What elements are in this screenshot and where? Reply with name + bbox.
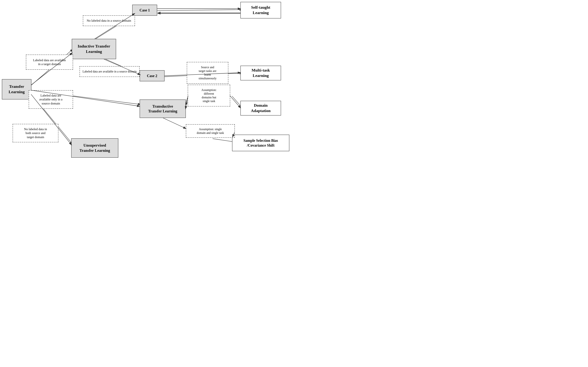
- case1-node: Case 1: [132, 5, 157, 16]
- self-taught-node: Self-taught Learning: [240, 2, 281, 18]
- svg-line-22: [230, 96, 241, 108]
- transductive-label: Transductive Transfer Learning: [148, 104, 177, 114]
- self-taught-label: Self-taught Learning: [251, 5, 270, 15]
- cond-no-labeled-text: No labeled data in both source and targe…: [24, 127, 47, 139]
- cond-labeled-target-label: Labeled data are available in a target d…: [26, 55, 73, 70]
- cond-single-domain-text: Assumption: single domain and single tas…: [197, 127, 224, 135]
- cond-no-labeled-label: No labeled data in both source and targe…: [13, 124, 58, 142]
- cond-diff-domains-label: Assumption: different domains but single…: [188, 85, 230, 107]
- inductive-label: Inductive Transfer Learning: [78, 44, 110, 54]
- transfer-learning-node: Transfer Learning: [2, 79, 32, 100]
- svg-line-7: [157, 10, 243, 11]
- domain-adaptation-label: Domain Adaptation: [251, 103, 271, 113]
- cond-single-domain-label: Assumption: single domain and single tas…: [186, 124, 235, 138]
- multitask-node: Multi-task Learning: [240, 66, 281, 80]
- svg-line-12: [213, 139, 235, 142]
- case2-node: Case 2: [140, 70, 165, 81]
- cond-labeled-source-only-label: Labeled data are available only in a sou…: [29, 90, 73, 109]
- unsupervised-node: Unsupervised Transfer Learning: [71, 138, 118, 158]
- inductive-node: Inductive Transfer Learning: [72, 39, 116, 59]
- multitask-label: Multi-task Learning: [252, 68, 270, 78]
- cond-labeled-target-text: Labeled data are available in a target d…: [33, 58, 66, 66]
- cond-simultaneous-label: Source and target tasks are learnt simul…: [187, 62, 228, 84]
- cond-simultaneous-text: Source and target tasks are learnt simul…: [199, 66, 216, 80]
- cond-diff-domains-text: Assumption: different domains but single…: [201, 88, 216, 103]
- cond-labeled-source-inductive-text: Labeled data are available in a source d…: [83, 70, 137, 73]
- case2-label: Case 2: [147, 74, 157, 78]
- cond-no-source-text: No labeled data in a source domain: [87, 19, 131, 23]
- cond-labeled-source-only-text: Labeled data are available only in a sou…: [39, 93, 62, 105]
- transfer-learning-label: Transfer Learning: [9, 84, 25, 94]
- cond-labeled-source-inductive-label: Labeled data are available in a source d…: [80, 66, 140, 77]
- unsupervised-label: Unsupervised Transfer Learning: [80, 143, 110, 153]
- transductive-node: Transductive Transfer Learning: [140, 100, 186, 118]
- cond-no-source-label: No labeled data in a source domain: [83, 15, 135, 26]
- svg-line-25: [163, 118, 186, 129]
- domain-adaptation-node: Domain Adaptation: [240, 101, 281, 116]
- sample-selection-node: Sample Selection Bias /Covariance Shift: [232, 135, 289, 151]
- sample-selection-label: Sample Selection Bias /Covariance Shift: [243, 138, 278, 148]
- case1-label: Case 1: [140, 8, 150, 13]
